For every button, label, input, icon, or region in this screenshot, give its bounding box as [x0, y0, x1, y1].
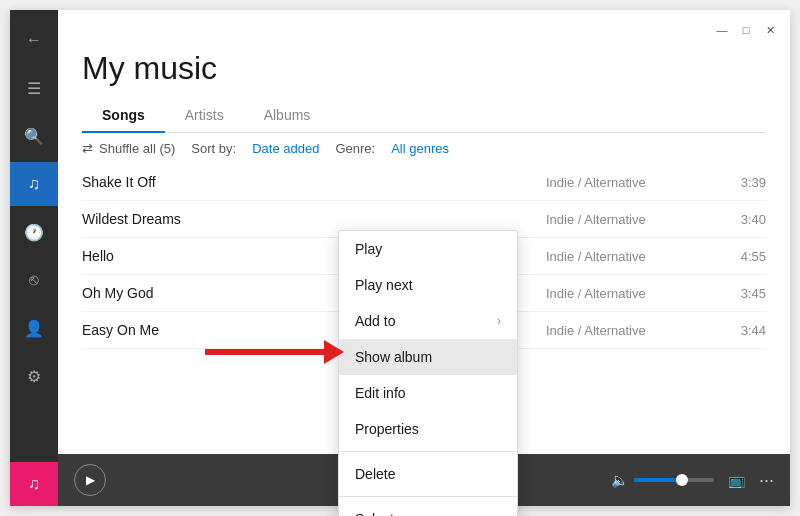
context-menu-play-next[interactable]: Play next: [339, 267, 517, 303]
sidebar-item-music[interactable]: ♫: [10, 162, 58, 206]
tab-artists[interactable]: Artists: [165, 99, 244, 133]
volume-icon: 🔈: [611, 472, 628, 488]
context-menu-delete[interactable]: Delete: [339, 456, 517, 492]
arrow-head: [324, 340, 344, 364]
context-menu-properties-label: Properties: [355, 421, 419, 437]
more-icon[interactable]: ···: [759, 470, 774, 491]
play-button[interactable]: ▶: [74, 464, 106, 496]
context-menu-select-label: Select: [355, 511, 394, 516]
context-menu-play-label: Play: [355, 241, 382, 257]
menu-icon: ☰: [27, 79, 41, 98]
clock-icon: 🕐: [24, 223, 44, 242]
song-duration: 4:55: [726, 249, 766, 264]
page-header: My music Songs Artists Albums: [58, 42, 790, 133]
main-window: ← ☰ 🔍 ♫ 🕐 ⎋ 👤 ⚙ ♫: [10, 10, 790, 506]
song-title: Wildest Dreams: [82, 211, 546, 227]
tab-albums[interactable]: Albums: [244, 99, 331, 133]
song-duration: 3:45: [726, 286, 766, 301]
shuffle-label: Shuffle all (5): [99, 141, 175, 156]
sort-label: Sort by:: [191, 141, 236, 156]
playback-controls: ▶: [74, 464, 106, 496]
minimize-button[interactable]: —: [714, 22, 730, 38]
window-controls: — □ ✕: [714, 22, 778, 38]
context-menu-properties[interactable]: Properties: [339, 411, 517, 447]
context-menu-show-album-label: Show album: [355, 349, 432, 365]
sidebar-item-search[interactable]: 🔍: [10, 114, 58, 158]
sidebar-item-recent[interactable]: 🕐: [10, 210, 58, 254]
context-menu-add-to-label: Add to: [355, 313, 395, 329]
toolbar: ⇄ Shuffle all (5) Sort by: Date added Ge…: [58, 133, 790, 164]
tab-songs[interactable]: Songs: [82, 99, 165, 133]
settings-gear-icon: ⚙: [27, 367, 41, 386]
sidebar-item-settings[interactable]: ⚙: [10, 354, 58, 398]
song-genre: Indie / Alternative: [546, 175, 726, 190]
volume-thumb: [676, 474, 688, 486]
sidebar-item-spotify[interactable]: ♫: [10, 462, 58, 506]
back-icon: ←: [26, 31, 42, 49]
red-arrow-indicator: [205, 340, 344, 364]
close-button[interactable]: ✕: [762, 22, 778, 38]
sort-value[interactable]: Date added: [252, 141, 319, 156]
context-menu-play-next-label: Play next: [355, 277, 413, 293]
genre-value[interactable]: All genres: [391, 141, 449, 156]
account-icon: 👤: [24, 319, 44, 338]
context-menu-edit-info-label: Edit info: [355, 385, 406, 401]
context-menu-delete-label: Delete: [355, 466, 395, 482]
context-menu-divider-2: [339, 496, 517, 497]
song-genre: Indie / Alternative: [546, 286, 726, 301]
song-duration: 3:44: [726, 323, 766, 338]
context-menu-show-album[interactable]: Show album: [339, 339, 517, 375]
sidebar-item-account[interactable]: 👤: [10, 306, 58, 350]
spotify-icon: ♫: [28, 475, 40, 493]
song-duration: 3:39: [726, 175, 766, 190]
maximize-button[interactable]: □: [738, 22, 754, 38]
volume-slider[interactable]: [634, 478, 714, 482]
search-icon: 🔍: [24, 127, 44, 146]
arrow-body: [205, 349, 325, 355]
sidebar-item-charts[interactable]: ⎋: [10, 258, 58, 302]
shuffle-control[interactable]: ⇄ Shuffle all (5): [82, 141, 175, 156]
song-title: Shake It Off: [82, 174, 546, 190]
context-menu-divider-1: [339, 451, 517, 452]
song-genre: Indie / Alternative: [546, 249, 726, 264]
shuffle-icon: ⇄: [82, 141, 93, 156]
song-genre: Indie / Alternative: [546, 212, 726, 227]
play-icon: ▶: [86, 473, 95, 487]
context-menu-add-to[interactable]: Add to ›: [339, 303, 517, 339]
charts-icon: ⎋: [29, 271, 39, 289]
volume-area: 🔈 📺 ···: [611, 470, 774, 491]
page-title: My music: [82, 50, 766, 87]
sidebar-item-back[interactable]: ←: [10, 18, 58, 62]
context-menu-select[interactable]: Select: [339, 501, 517, 516]
title-bar: — □ ✕: [58, 10, 790, 42]
sidebar-item-menu[interactable]: ☰: [10, 66, 58, 110]
sidebar: ← ☰ 🔍 ♫ 🕐 ⎋ 👤 ⚙ ♫: [10, 10, 58, 506]
music-note-icon: ♫: [28, 175, 40, 193]
song-genre: Indie / Alternative: [546, 323, 726, 338]
context-menu-play[interactable]: Play: [339, 231, 517, 267]
genre-label: Genre:: [335, 141, 375, 156]
tab-bar: Songs Artists Albums: [82, 99, 766, 133]
context-menu: Play Play next Add to › Show album Edit …: [338, 230, 518, 516]
song-duration: 3:40: [726, 212, 766, 227]
context-menu-edit-info[interactable]: Edit info: [339, 375, 517, 411]
volume-fill: [634, 478, 682, 482]
table-row[interactable]: Shake It Off Indie / Alternative 3:39: [82, 164, 766, 201]
submenu-arrow-icon: ›: [497, 314, 501, 328]
display-icon: 📺: [728, 472, 745, 488]
